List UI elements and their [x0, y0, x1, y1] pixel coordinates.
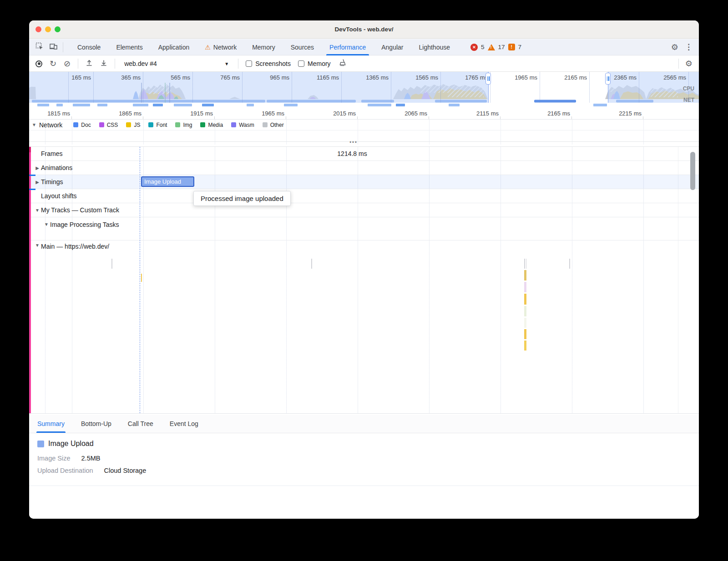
history-dropdown[interactable]: web.dev #4 ▼ — [122, 60, 231, 67]
legend-swatch — [73, 122, 78, 127]
panel-tab[interactable]: ⚠ Console — [70, 39, 108, 55]
track-row-image-processing[interactable]: ▼ Image Processing Tasks — [29, 217, 699, 231]
timings-track-label[interactable]: Timings — [41, 178, 63, 185]
collapse-icon[interactable]: ▼ — [43, 222, 50, 227]
console-badges[interactable]: ✕ 5 17 ! 7 — [470, 44, 521, 51]
track-row-my-tracks[interactable]: ▼ My Tracks — Custom Track — [29, 203, 699, 217]
summary-field-row: Upload Destination Cloud Storage — [37, 467, 146, 474]
record-button[interactable] — [35, 60, 42, 67]
memory-checkbox[interactable]: Memory — [298, 60, 331, 67]
track-row-layout-shifts[interactable]: Layout shifts — [29, 189, 699, 203]
flame-segment[interactable] — [141, 274, 142, 282]
flame-segment[interactable] — [524, 270, 526, 280]
detail-ruler: 1815 ms1865 ms1915 ms1965 ms2015 ms2065 … — [29, 108, 699, 119]
collapse-icon[interactable]: ▼ — [34, 243, 41, 248]
frames-track-label[interactable]: Frames — [29, 150, 62, 157]
layout-shifts-track-label[interactable]: Layout shifts — [29, 192, 77, 200]
device-toolbar-icon[interactable] — [49, 42, 57, 52]
summary-panel: Image Upload Image Size 2.5MB Upload Des… — [29, 433, 699, 519]
capture-settings-gear-icon[interactable]: ⚙ — [685, 60, 693, 68]
vertical-scrollbar-thumb[interactable] — [690, 152, 695, 190]
panel-tab[interactable]: ⚠ Network — [197, 39, 244, 55]
settings-gear-icon[interactable]: ⚙ — [671, 43, 678, 51]
devtools-tabbar: ⚠ Console ⚠ Elements ⚠ Application ⚠ Net… — [29, 39, 699, 55]
summary-fields: Image Size 2.5MB Upload Destination Clou… — [37, 455, 146, 474]
track-row-main[interactable]: ▼ Main — https://web.dev/ — [29, 240, 699, 352]
error-badge-icon: ✕ — [470, 44, 478, 51]
selection-left-handle[interactable] — [485, 73, 491, 85]
cpu-label: CPU — [683, 85, 694, 92]
timeline-overview[interactable]: 165 ms365 ms565 ms765 ms965 ms1165 ms136… — [29, 72, 699, 103]
legend-label: Wasm — [239, 122, 254, 128]
overview-tick-label: 765 ms — [192, 72, 242, 83]
expand-icon[interactable]: ▶ — [34, 180, 41, 185]
timing-marker-image-upload[interactable]: Image Upload — [141, 176, 194, 187]
load-profile-icon[interactable] — [86, 59, 93, 68]
network-waterfall-strip — [29, 103, 699, 108]
network-track-label[interactable]: Network — [39, 121, 62, 129]
panel-tabs: ⚠ Console ⚠ Elements ⚠ Application ⚠ Net… — [70, 39, 458, 55]
save-profile-icon[interactable] — [100, 59, 107, 68]
detail-panel-tab[interactable]: Event Log — [162, 415, 207, 433]
legend-swatch — [231, 122, 236, 127]
frame-duration: 1214.8 ms — [284, 150, 420, 157]
performance-toolbar: ↻ ⊘ web.dev #4 ▼ Screenshots Memory ⚙ — [29, 56, 699, 72]
track-row-timings[interactable]: ▶ Timings — [29, 175, 699, 189]
checkbox-icon[interactable] — [246, 60, 252, 67]
panel-tab[interactable]: ⚠ Performance — [322, 39, 374, 55]
panel-resize-handle[interactable]: ••• — [343, 140, 364, 144]
legend-swatch — [148, 122, 153, 127]
network-collapse-icon[interactable]: ▼ — [29, 122, 39, 127]
screenshots-checkbox[interactable]: Screenshots — [246, 60, 291, 67]
panel-tab-label: Sources — [291, 44, 314, 51]
divider — [678, 59, 679, 69]
summary-field-value: 2.5MB — [81, 455, 101, 462]
panel-tab[interactable]: ⚠ Elements — [108, 39, 150, 55]
expand-icon[interactable]: ▶ — [34, 165, 41, 170]
detail-panel-tab[interactable]: Bottom-Up — [73, 415, 120, 433]
detail-panel-tab-label: Event Log — [170, 420, 198, 427]
panel-tab[interactable]: ⚠ Angular — [374, 39, 411, 55]
selection-right-handle[interactable] — [605, 73, 611, 85]
legend-item: Wasm — [231, 122, 254, 128]
track-row-animations[interactable]: ▶ Animations — [29, 161, 699, 175]
task-tick — [526, 259, 526, 269]
collapse-icon[interactable]: ▼ — [34, 208, 41, 213]
animations-track-label[interactable]: Animations — [41, 164, 72, 171]
issue-badge-icon: ! — [508, 44, 515, 50]
summary-field-label: Upload Destination — [37, 467, 93, 474]
clear-recording-button[interactable]: ⊘ — [64, 60, 71, 68]
flame-segment[interactable] — [524, 329, 526, 339]
task-tick — [524, 259, 525, 269]
network-legend: Doc CSS JS Font Img Media — [73, 122, 283, 128]
legend-item: JS — [126, 122, 140, 128]
detail-panel-tab[interactable]: Summary — [29, 415, 73, 433]
collect-garbage-icon[interactable] — [338, 59, 346, 69]
flame-segment[interactable] — [524, 318, 526, 328]
image-processing-track-label[interactable]: Image Processing Tasks — [50, 221, 119, 228]
flame-segment[interactable] — [524, 294, 526, 305]
panel-tab[interactable]: ⚠ Application — [151, 39, 197, 55]
reload-and-record-button[interactable]: ↻ — [50, 60, 56, 68]
my-tracks-label[interactable]: My Tracks — Custom Track — [41, 206, 119, 214]
panel-tab[interactable]: ⚠ Sources — [283, 39, 322, 55]
main-track-label[interactable]: Main — https://web.dev/ — [41, 243, 109, 250]
flame-segment[interactable] — [524, 282, 526, 292]
checkbox-icon[interactable] — [298, 60, 304, 67]
flame-chart-tracks[interactable]: Frames 1214.8 ms ▶ Animations ▶ Timings … — [29, 146, 699, 414]
inspect-element-icon[interactable] — [35, 42, 44, 52]
flame-segment[interactable] — [524, 306, 526, 316]
legend-label: JS — [134, 122, 140, 128]
summary-field-value: Cloud Storage — [104, 467, 147, 474]
ruler-tick-label: 1965 ms — [215, 108, 286, 119]
flame-segment[interactable] — [524, 341, 526, 351]
panel-tab[interactable]: ⚠ Memory — [244, 39, 283, 55]
more-options-icon[interactable]: ⋮ — [685, 42, 693, 52]
track-row-frames[interactable]: Frames 1214.8 ms — [29, 147, 699, 161]
network-track-body[interactable] — [29, 130, 699, 142]
panel-tab[interactable]: ⚠ Lighthouse — [411, 39, 458, 55]
panel-tab-label: Angular — [381, 44, 403, 51]
issue-count: 7 — [518, 44, 522, 50]
detail-panel-tab[interactable]: Call Tree — [120, 415, 162, 433]
marker-guideline — [140, 147, 140, 413]
